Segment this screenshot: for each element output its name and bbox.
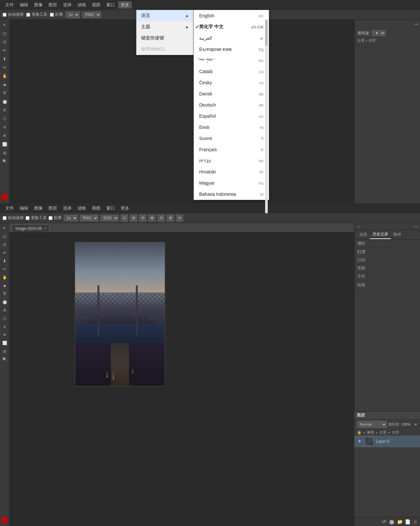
tab-history[interactable]: 历史记录 [370, 230, 391, 239]
lang-item-bo[interactable]: ཏིག་གཡུང་ bo [194, 55, 269, 66]
align-right-btn[interactable]: ⊟ [139, 214, 146, 222]
panel-right-arrow[interactable]: >< [414, 225, 418, 229]
lang-item-he[interactable]: עברית he [194, 155, 269, 166]
b-polygon-btn[interactable]: ⬡ [1, 314, 9, 322]
menu-more[interactable]: 更多 [118, 1, 132, 9]
menu-filter[interactable]: 滤镜 [75, 1, 89, 9]
lang-item-id[interactable]: Bahasa Indonesia id [194, 189, 269, 200]
rect-select-btn[interactable]: ◻ [1, 30, 9, 37]
layer-visibility-toggle[interactable]: 👁 [357, 439, 362, 444]
clone-stamp-btn[interactable]: ⬆ [1, 55, 9, 63]
paint-bucket-btn[interactable]: ⬜ [1, 140, 9, 148]
paragraph-label[interactable]: 段落 [355, 281, 420, 290]
bottom-menu-window[interactable]: 窗口 [104, 205, 117, 212]
bottom-menu-filter[interactable]: 滤镜 [75, 205, 89, 212]
layer-new-btn[interactable]: 📄 [404, 518, 411, 525]
lang-item-de[interactable]: Deutsch de [194, 99, 269, 111]
format-select[interactable]: PNG [82, 11, 101, 18]
menu-file[interactable]: 文件 [3, 1, 16, 9]
text-tool-btn[interactable]: A [1, 106, 9, 114]
bottom-menu-more[interactable]: 更多 [118, 205, 132, 212]
distance-input[interactable] [50, 13, 54, 17]
b-dodge-btn[interactable]: ◎ [1, 347, 9, 355]
collapse-icon[interactable]: >< [414, 22, 418, 26]
lang-item-en[interactable]: English en [194, 10, 269, 21]
bottom-menu-layer[interactable]: 图层 [46, 205, 60, 212]
bottom-format2-select[interactable]: SVG [100, 215, 119, 221]
lang-item-hr[interactable]: Hrvatski hr [194, 166, 269, 177]
lang-item-fi[interactable]: Suomi fi [194, 133, 269, 144]
b-paint-bucket-btn[interactable]: ⬜ [1, 339, 9, 347]
css-label[interactable]: CSS [355, 256, 420, 264]
menu-select[interactable]: 选择 [60, 1, 74, 9]
b-eraser-btn[interactable]: ✂ [1, 265, 9, 273]
lang-item-bg[interactable]: Български език bg [194, 44, 269, 55]
select-tool-btn[interactable]: ↖ [1, 21, 9, 29]
auto-select-checkbox[interactable]: 自动选择 [3, 12, 24, 17]
align-left-btn[interactable]: ⊡ [121, 214, 128, 222]
lang-item-ar[interactable]: العربية ar [194, 32, 269, 44]
bottom-foreground-color-swatch[interactable] [2, 517, 8, 523]
tab-close-btn[interactable]: × [44, 227, 46, 230]
brush-tool-btn[interactable]: ✏ [1, 47, 9, 54]
lang-item-es[interactable]: Español es [194, 111, 269, 122]
lang-item-da[interactable]: Dansk da [194, 88, 269, 99]
bottom-zoom-select[interactable]: 1x [64, 215, 78, 221]
b-rect-select-btn[interactable]: ◻ [1, 233, 9, 240]
gradient-btn[interactable]: ∇ [1, 89, 9, 97]
lang-item-hu[interactable]: Magyar hu [194, 177, 269, 189]
lasso-btn[interactable]: ⊙ [1, 38, 9, 46]
layer-0-item[interactable]: 👁 Layer 0 [354, 435, 420, 447]
language-menu-item[interactable]: 语言 ▶ [136, 10, 193, 21]
lang-submenu-scrollbar-track[interactable] [265, 20, 268, 213]
layer-delete-btn[interactable]: 🗑 [412, 518, 419, 525]
shapes-btn[interactable]: ⬤ [1, 98, 9, 106]
bottom-menu-view[interactable]: 视图 [89, 205, 103, 212]
brush-label[interactable]: 笔刷 [355, 264, 420, 273]
b-shapes-btn[interactable]: ⬤ [1, 298, 9, 306]
layers-btn[interactable]: ≡ [1, 123, 9, 131]
bottom-transform-input[interactable] [26, 216, 30, 220]
distance-checkbox[interactable]: 距离 [50, 12, 63, 17]
b-text-tool-btn[interactable]: A [1, 306, 9, 314]
character-label[interactable]: 字符 [355, 273, 420, 281]
align-center-btn[interactable]: ⊞ [130, 214, 137, 222]
lang-item-et[interactable]: Eesti et [194, 122, 269, 133]
bottom-distance-checkbox[interactable]: 距离 [49, 215, 62, 221]
transform-tool-checkbox[interactable]: 变换工具 [26, 12, 47, 17]
b-layers-btn[interactable]: ≡ [1, 323, 9, 331]
auto-select-input[interactable] [3, 13, 7, 17]
properties-label[interactable]: 属性 [355, 239, 420, 248]
dodge-btn[interactable]: ◎ [1, 149, 9, 157]
transform-tool-input[interactable] [26, 13, 30, 17]
b-lasso-btn[interactable]: ⊙ [1, 241, 9, 249]
menu-window[interactable]: 窗口 [104, 1, 117, 9]
bottom-transform-checkbox[interactable]: 变换工具 [26, 215, 47, 221]
panel-left-arrow[interactable]: <> [357, 225, 361, 229]
bottom-auto-select-checkbox[interactable]: 自动选择 [3, 215, 24, 221]
shortcuts-menu-item[interactable]: 键盘快捷键 [136, 32, 193, 44]
crop-btn[interactable]: ✕ [1, 132, 9, 140]
opacity-dropdown-arrow[interactable]: ▼ [414, 423, 417, 426]
bottom-menu-image[interactable]: 图像 [32, 205, 45, 212]
menu-image[interactable]: 图像 [32, 1, 45, 9]
lang-item-cs[interactable]: Česky cs [194, 77, 269, 88]
zoom-tool-btn[interactable]: 🔍 [1, 157, 9, 165]
b-crop-btn[interactable]: ✕ [1, 331, 9, 339]
lang-submenu-scrollbar-thumb[interactable] [265, 20, 268, 46]
bottom-auto-select-input[interactable] [3, 216, 7, 220]
foreground-color-swatch[interactable] [2, 194, 8, 200]
menu-layer[interactable]: 图层 [46, 1, 60, 9]
menu-view[interactable]: 视图 [89, 1, 103, 9]
bottom-menu-file[interactable]: 文件 [3, 205, 16, 212]
arrange2-btn[interactable]: ⊞ [167, 214, 174, 222]
transparency-select[interactable]: ▼ [372, 30, 386, 36]
b-select-tool-btn[interactable]: ↖ [1, 224, 9, 232]
lang-item-zhcn[interactable]: ✓ 简化字 中文 zh-CN [194, 21, 269, 32]
zoom-select[interactable]: 1x [66, 11, 80, 18]
bottom-menu-edit[interactable]: 编辑 [17, 205, 31, 212]
bottom-format-select[interactable]: PNG [80, 215, 98, 221]
lang-item-ca[interactable]: Català ca [194, 66, 269, 77]
tab-sample[interactable]: 取样 [391, 230, 404, 239]
bottom-menu-select[interactable]: 选择 [60, 205, 74, 212]
